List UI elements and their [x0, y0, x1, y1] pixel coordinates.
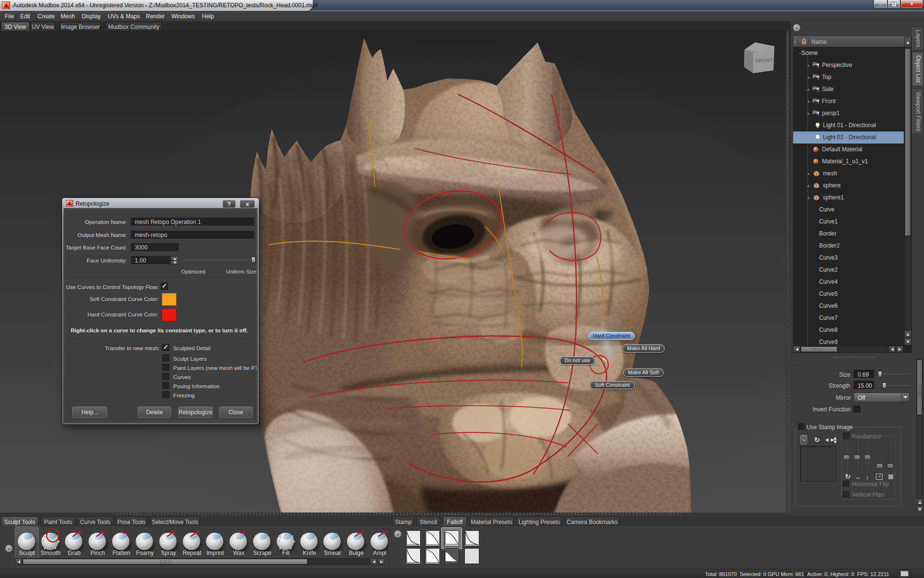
svg-text:FRONT: FRONT — [755, 57, 773, 64]
